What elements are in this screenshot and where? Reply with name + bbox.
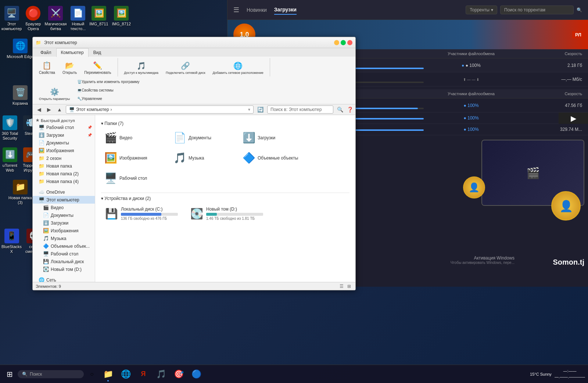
desktop-icon-360security[interactable]: 🛡️ 360 Total Security [0,113,20,143]
torrent-menu-icon[interactable]: ☰ [233,6,239,14]
taskbar-app-more2[interactable]: 🔵 [188,366,204,382]
sidebar-item-new-folder-4[interactable]: 📁 Новая папка (4) [33,178,95,185]
torrent-nav-new[interactable]: Новинки [247,6,267,14]
properties-icon: 📋 [42,61,51,70]
sidebar-item-video[interactable]: 🎬 Видео [33,204,95,211]
folder-item-3d[interactable]: 🔷 Объемные объекты [239,149,305,167]
desktop-icon-small: 🖥️ [39,125,44,130]
collapse-icon[interactable]: ▾ [101,121,103,126]
taskbar-search[interactable]: 🔍 Поиск [18,370,84,378]
ribbon-btn-settings[interactable]: ⚙️ Открыть параметры [36,86,73,103]
search-icon[interactable]: 🔍 [577,7,582,12]
ribbon-btn-network-drive[interactable]: 🔗 Подключить сетевой диск [162,60,209,76]
sidebar-item-desktop2[interactable]: 🖥️ Рабочий стол [33,250,95,258]
desktop-icon-img8711[interactable]: 🖼️ IMG_8711 [88,4,110,33]
address-input[interactable]: 🖥️ Этот компьютер › ▾ [66,105,254,114]
ribbon-btn-rename[interactable]: ✏️ Переименовать [81,59,114,76]
sidebar-item-docs[interactable]: 📄 Документы [33,211,95,219]
close-button[interactable]: ✕ [347,40,352,45]
desktop-icon-edge[interactable]: 🌐 Microsoft Edge [4,36,37,61]
drive-c-progress [121,213,178,216]
desktop-icon-utorrent[interactable]: ⬇️ uTorrent Web [0,145,20,175]
sidebar-item-pics[interactable]: 🖼️ Изображения [33,227,95,235]
taskbar-app-more1[interactable]: 🎯 [171,366,187,382]
taskbar-app-media[interactable]: 🎵 [153,366,169,382]
sidebar-item-this-pc[interactable]: 🖥️ Этот компьютер [33,196,95,204]
drive-item-d[interactable]: 💽 Новый том (D:) 1.46 ТБ свободно из 1.8… [186,204,267,223]
view-list-button[interactable]: ☰ [338,283,345,289]
taskbar-app-yandex[interactable]: Я [135,366,151,382]
drive-item-c[interactable]: 💾 Локальный диск (C:) 136 ГБ свободно из… [101,204,182,223]
sidebar-item-onedrive[interactable]: ☁️ OneDrive [33,188,95,196]
sidebar-item-new-volume[interactable]: 💽 Новый том (D:) [33,265,95,273]
tab-file[interactable]: Файл [36,48,56,57]
titlebar: 📁 Этот компьютер — □ ✕ [33,37,355,48]
folder-item-video[interactable]: 🎬 Видео [101,129,167,146]
folder-item-documents[interactable]: 📄 Документы [170,129,236,146]
torrent-dropdown[interactable]: Торренты ▾ [466,6,497,14]
video-thumbnail[interactable]: ▶ [559,112,588,124]
help-button[interactable]: ❓ [347,107,353,112]
nav-back-button[interactable]: ◀ [35,106,43,113]
maximize-button[interactable]: □ [341,40,346,45]
taskbar-app-explorer[interactable]: 📁 [100,366,116,382]
sidebar-item-images[interactable]: 🖼️ Изображения [33,147,95,154]
sidebar-item-desktop[interactable]: 🖥️ Рабочий стол 📌 [33,124,95,131]
fe-main-area: ★ Быстрый доступ 🖥️ Рабочий стол 📌 ⬇️ За… [33,115,355,282]
desktop-icon-magic-battle[interactable]: ⚔️ Магическая битва [43,4,68,33]
search-input[interactable]: Поиск в: Этот компьютер [267,105,333,114]
ribbon-btn-manage[interactable]: 🔧 Управление [74,95,143,103]
view-grid-button[interactable]: ⊞ [346,283,352,289]
sidebar-item-dl[interactable]: ⬇️ Загрузки [33,219,95,227]
torrent-search-input[interactable]: Поиск по торрентам [500,6,574,14]
refresh-button[interactable]: 🔄 [255,106,266,113]
minimize-button[interactable]: — [334,40,339,45]
ribbon-btn-system-props[interactable]: 💻 Свойства системы [74,86,143,94]
collapse-icon-2[interactable]: ▾ [101,196,103,201]
folder-item-music[interactable]: 🎵 Музыка [170,149,236,167]
tab-computer[interactable]: Компьютер [56,48,89,57]
search-icon[interactable]: 🔍 [335,106,345,113]
ribbon-btn-open[interactable]: 📂 Открыть [59,59,80,76]
nav-forward-button[interactable]: ▶ [45,106,53,113]
ribbon-btn-media[interactable]: 🎵 Доступ к мультимедиа [121,60,162,76]
desktop-icon-recycle[interactable]: 🗑️ Корзина [4,83,37,108]
media-icon: 🎵 [137,61,146,70]
sidebar-item-new-folder[interactable]: 📁 Новая папка [33,162,95,170]
sidebar-item-music[interactable]: 🎵 Музыка [33,235,95,242]
start-button[interactable]: ⊞ [3,368,16,381]
tab-view[interactable]: Вид [89,48,106,57]
ribbon-btn-uninstall[interactable]: 🗑️ Удалить или изменить программу [74,78,143,86]
folder-item-images[interactable]: 🖼️ Изображения [101,149,167,167]
folder-item-downloads[interactable]: ⬇️ Загрузки [239,129,305,146]
documents-icon: 📄 [39,140,44,146]
clock-date: —.——.———— [555,374,585,380]
ribbon-btn-properties[interactable]: 📋 Свойства [36,59,58,76]
sidebar-item-3d[interactable]: 🔷 Объемные объек... [33,242,95,250]
torrent-nav-downloads[interactable]: Загрузки [274,5,297,15]
nav-up-button[interactable]: ▲ [55,106,64,113]
sidebar-item-season2[interactable]: 📁 2 сезон [33,154,95,162]
sidebar-item-network[interactable]: 🌐 Сеть [33,276,95,282]
desktop-icon-img8712[interactable]: 🖼️ IMG_8712 [111,4,132,33]
folder-item-desktop[interactable]: 🖥️ Рабочий стол [101,169,167,187]
desktop-icon-bluestacks[interactable]: 📱 BlueStacks X [0,226,23,256]
sidebar-item-documents[interactable]: 📄 Документы [33,139,95,147]
pin-icon: 📌 [87,125,92,129]
desktop-icon-new-text[interactable]: 📄 Новый текстo... [69,4,87,33]
sidebar-item-local-disk[interactable]: 💾 Локальный диск [33,258,95,265]
taskbar-cortana[interactable]: ○ [85,368,98,381]
taskbar-app-edge[interactable]: 🌐 [118,366,134,382]
avatar-widget[interactable]: 👤 [551,191,581,221]
downloads-icon: ⬇️ [39,132,44,138]
ribbon-btn-add-location[interactable]: 🌐 Добавить сетевое расположение [209,60,267,76]
sidebar-item-downloads[interactable]: ⬇️ Загрузки 📌 [33,131,95,139]
desktop-icon-my-computer[interactable]: 🖥️ Этот компьютер [0,4,23,33]
desktop-icon-new-folder3[interactable]: 📁 Новая папка (3) [4,178,37,207]
desktop-icon-opera[interactable]: 🔴 Браузер Opera [24,4,42,33]
avatar-icon-2: 👤 [469,182,480,193]
sell-text: РЛ [572,31,584,38]
sidebar-item-new-folder-2[interactable]: 📁 Новая папка (2) [33,170,95,178]
add-location-icon: 🌐 [233,61,243,70]
avatar-widget-2[interactable]: 👤 [463,176,485,198]
